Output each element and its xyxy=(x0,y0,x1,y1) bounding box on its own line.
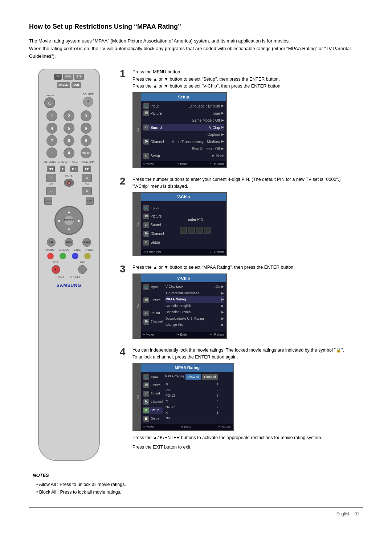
step-1-screen: TV Setup 📺 Input Language : English ▶ xyxy=(132,92,227,168)
num-8-button[interactable]: 8 xyxy=(64,135,74,146)
note-2: Block All : Press to lock all movie rati… xyxy=(36,489,363,496)
tv-button[interactable]: TV xyxy=(54,74,62,80)
vol-up-button[interactable]: + xyxy=(46,174,56,182)
screen-channel-label: Channel xyxy=(151,139,170,145)
stb-button[interactable]: STB xyxy=(74,74,84,80)
samsung-logo: SAMSUNG xyxy=(42,282,95,289)
num-6-button[interactable]: 6 xyxy=(81,123,91,134)
intro-text: The Movie rating system uses “MPAA” (Mot… xyxy=(29,37,363,60)
nav-circle[interactable]: ▲ ▼ ◀ ▶ ENTER xyxy=(54,206,83,235)
num-4-button[interactable]: 4 xyxy=(46,123,57,134)
step-4-text3: Press the EXIT button to exit. xyxy=(132,444,363,451)
screen-1-footer: ♦ Move⇥ Enter↵ Return xyxy=(141,161,226,167)
mute-button[interactable]: 🔇 xyxy=(64,179,74,187)
ch-up-button[interactable]: ∧ xyxy=(82,174,92,182)
ch-down-button[interactable]: ∨ xyxy=(82,187,92,195)
step-1: 1 Press the MENU button. Press the ▲ or … xyxy=(120,69,363,168)
color-btn-c[interactable] xyxy=(72,253,78,259)
source-button[interactable]: ⊕ xyxy=(83,97,93,107)
screen-sound-label: Sound xyxy=(151,125,208,130)
screen-setup-label: Setup xyxy=(151,153,210,159)
stop-button[interactable]: ■ xyxy=(60,166,65,172)
antenna-label: ANTENNA xyxy=(44,160,56,164)
color-btn-b[interactable] xyxy=(60,253,66,259)
reset-label: ∅RESET xyxy=(70,275,80,279)
screen-language-value: : English xyxy=(206,104,220,109)
enter-button[interactable]: ENTER xyxy=(64,215,74,226)
step-4-content: You can independently lock the movie rat… xyxy=(132,347,363,453)
remote-container: TV DVD STB CABLE VCR SOURCE POWER ⏻ SOUR… xyxy=(29,69,109,461)
num-0-button[interactable]: 0 xyxy=(64,147,74,158)
color-btn-a[interactable] xyxy=(47,253,54,259)
num-1-button[interactable]: 1 xyxy=(46,110,57,121)
step-4-text: You can independently lock the movie rat… xyxy=(132,347,363,361)
screen-2-title: V-Chip xyxy=(141,193,226,201)
step-3-number: 3 xyxy=(120,264,127,274)
step-2-number: 2 xyxy=(120,176,127,186)
sleep-button[interactable]: SLEEP xyxy=(82,238,91,247)
wiselink-label: WISE LINK xyxy=(82,160,94,164)
allow-all-button[interactable]: Allow All xyxy=(185,374,201,381)
notes-section: NOTES Allow All : Press to unlock all mo… xyxy=(29,472,363,496)
screen-setup-icon: ⚙ xyxy=(143,153,149,159)
step-3-screen: TV V-Chip 📺Input 🖼Picture xyxy=(132,273,227,339)
screen-input-icon: 📺 xyxy=(143,103,149,109)
step-1-content: Press the MENU button. Press the ▲ or ▼ … xyxy=(132,69,363,168)
nav-right-arrow: ▶ xyxy=(78,218,81,223)
rec-button[interactable]: ● xyxy=(52,265,60,274)
screen-2-footer: ↵ Enter PIN↵ Return xyxy=(141,249,226,256)
color-btn-d[interactable] xyxy=(84,253,91,259)
remote: TV DVD STB CABLE VCR SOURCE POWER ⏻ SOUR… xyxy=(38,69,100,461)
caption-button[interactable]: CAP xyxy=(47,238,56,247)
screen-picture-label: Picture xyxy=(151,111,211,116)
num-2-button[interactable]: 2 xyxy=(64,110,74,121)
step-2-content: Press the number buttons to enter your c… xyxy=(132,176,363,256)
steps-section: 1 Press the MENU button. Press the ▲ or … xyxy=(120,69,363,461)
mute-label: MUTE xyxy=(65,174,73,178)
prech-button[interactable]: PRE-CH xyxy=(81,147,91,158)
screen-sound-icon: 🔊 xyxy=(143,125,149,130)
menu-button[interactable]: MENU xyxy=(44,197,52,205)
step-3: 3 Press the ▲ or ▼ button to select "MPA… xyxy=(120,264,363,339)
pmode-label: P.MODE xyxy=(45,248,54,252)
enter-pin-text: Enter PIN xyxy=(188,217,203,222)
num-7-button[interactable]: 7 xyxy=(46,135,57,146)
step-3-content: Press the ▲ or ▼ button to select "MPAA … xyxy=(132,264,363,339)
play-button[interactable]: ▶II xyxy=(70,166,78,172)
info-button[interactable]: INFO xyxy=(65,238,73,247)
chmgr-label: CH.MGR xyxy=(58,160,68,164)
screen-time-label: Time xyxy=(212,111,220,116)
nav-up-arrow: ▲ xyxy=(67,209,71,214)
screen-channel-icon: 📡 xyxy=(143,139,149,145)
power-button[interactable]: ⏻ xyxy=(44,97,55,108)
step-4-screen: TV MPAA Rating 📺Input 🖼Picture 🔊Sound 📡C… xyxy=(132,363,234,431)
exit-button[interactable]: EXIT xyxy=(86,197,94,205)
num-9-button[interactable]: 9 xyxy=(81,135,91,146)
vol-down-button[interactable]: − xyxy=(46,187,56,195)
vcr-button[interactable]: VCR xyxy=(72,82,81,88)
misc-button[interactable] xyxy=(78,265,87,274)
step-4: 4 You can independently lock the movie r… xyxy=(120,347,363,453)
rew-button[interactable]: ◀◀ xyxy=(47,166,55,172)
block-all-button[interactable]: Block All xyxy=(202,374,218,381)
step-2-screen: TV V-Chip 📺Input 🖼Picture 🔊Sound 📡Chan xyxy=(132,192,227,256)
cable-button[interactable]: CABLE xyxy=(57,82,70,88)
main-content: TV DVD STB CABLE VCR SOURCE POWER ⏻ SOUR… xyxy=(29,69,363,461)
dvd-button[interactable]: DVD xyxy=(63,74,73,80)
screen-picture-icon: 🖼 xyxy=(143,110,149,116)
nav-left-arrow: ◀ xyxy=(57,218,60,223)
num-dash-button[interactable]: − xyxy=(46,147,57,158)
source-label: SOURCE xyxy=(83,93,94,97)
num-3-button[interactable]: 3 xyxy=(81,110,91,121)
nav-down-arrow: ▼ xyxy=(67,227,71,232)
ff-button[interactable]: ▶▶ xyxy=(83,166,91,172)
vol-label: VOL xyxy=(49,183,54,187)
srs-label: SRS xyxy=(79,261,85,265)
mts-label: MTS xyxy=(53,261,58,265)
note-1: Allow All : Press to unlock all movie ra… xyxy=(36,481,363,488)
screen-input-label: Input xyxy=(151,104,187,109)
num-5-button[interactable]: 5 xyxy=(64,123,74,134)
favch-label: FAV.CH xyxy=(70,160,79,164)
step-2-text: Press the number buttons to enter your c… xyxy=(132,176,363,190)
screen-4-title: MPAA Rating xyxy=(141,364,234,372)
